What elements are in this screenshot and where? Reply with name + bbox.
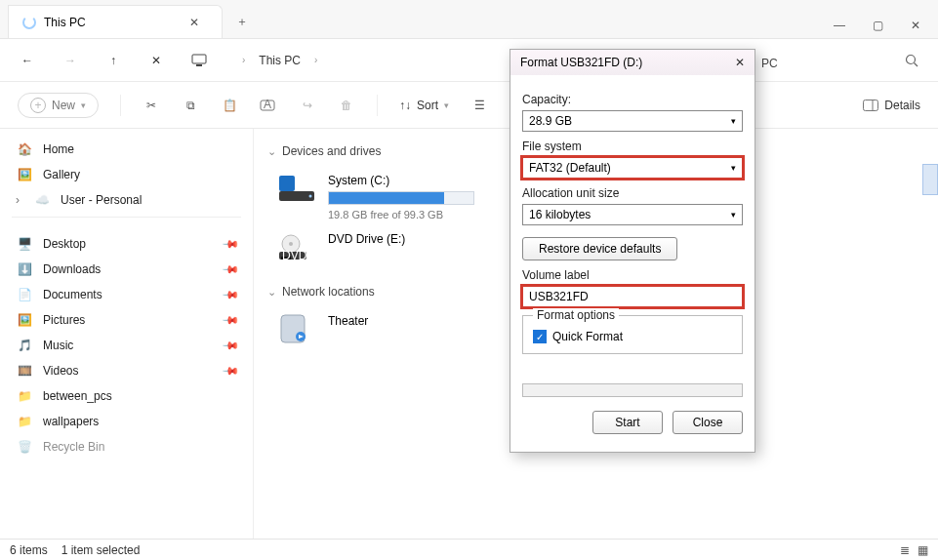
dialog-close-icon[interactable]: ✕ [735, 56, 745, 69]
svg-text:DVD: DVD [282, 249, 307, 261]
sidebar-item-user-personal[interactable]: › ☁️ User - Personal [4, 187, 249, 213]
grid-view-icon[interactable]: ▦ [918, 543, 928, 557]
new-tab-button[interactable]: ＋ [223, 6, 250, 38]
sort-icon: ↑↓ [399, 99, 411, 112]
back-icon[interactable]: ← [20, 54, 35, 67]
toolbar-separator [377, 95, 378, 116]
crumb-this-pc[interactable]: This PC [259, 54, 301, 67]
chevron-down-icon: ▾ [444, 100, 449, 110]
chevron-down-icon: ▾ [731, 163, 736, 173]
close-button[interactable]: Close [673, 411, 743, 434]
media-device-icon [277, 314, 316, 343]
breadcrumb[interactable]: › This PC › [242, 54, 317, 67]
chevron-down-icon: ⌄ [267, 286, 276, 299]
chevron-down-icon: ▾ [731, 116, 736, 126]
volume-label-label: Volume label [522, 268, 743, 282]
new-button[interactable]: + New ▾ [18, 93, 99, 118]
gallery-icon: 🖼️ [16, 168, 33, 181]
up-icon[interactable]: ↑ [105, 54, 121, 67]
loading-spinner-icon [22, 16, 36, 29]
filesystem-select[interactable]: FAT32 (Default) ▾ [522, 157, 743, 179]
svg-point-12 [289, 242, 293, 246]
section-title: Devices and drives [282, 144, 381, 158]
drive-usage-bar [328, 191, 474, 205]
chevron-down-icon: ⌄ [267, 145, 276, 158]
capacity-value: 28.9 GB [529, 114, 572, 128]
volume-label-input[interactable] [522, 286, 743, 307]
sidebar-item-gallery[interactable]: 🖼️ Gallery [4, 162, 249, 187]
sidebar-item-documents[interactable]: 📄Documents📌 [4, 282, 249, 307]
tab-title: This PC [44, 16, 86, 29]
desktop-icon: 🖥️ [16, 237, 33, 251]
dialog-titlebar[interactable]: Format USB321FD (D:) ✕ [510, 50, 754, 75]
minimize-icon[interactable]: — [834, 19, 845, 32]
delete-icon[interactable]: 🗑 [338, 99, 355, 112]
sidebar-item-wallpapers[interactable]: 📁wallpapers [4, 409, 249, 434]
window-close-icon[interactable]: ✕ [911, 19, 920, 32]
share-icon[interactable]: ↪ [299, 99, 316, 112]
sidebar-item-downloads[interactable]: ⬇️Downloads📌 [4, 257, 249, 282]
sidebar-item-between-pcs[interactable]: 📁between_pcs [4, 383, 249, 409]
toolbar-separator [120, 95, 121, 116]
pin-icon: 📌 [221, 260, 239, 278]
format-options-legend: Format options [533, 308, 619, 322]
search-icon[interactable] [905, 54, 918, 67]
pin-icon: 📌 [221, 285, 239, 303]
sort-button[interactable]: ↑↓ Sort ▾ [399, 99, 449, 112]
tab-this-pc[interactable]: This PC ✕ [8, 5, 223, 38]
chevron-right-icon: › [314, 55, 317, 65]
sidebar-item-label: between_pcs [43, 389, 112, 403]
sidebar-separator [12, 217, 241, 218]
paste-icon[interactable]: 📋 [221, 99, 238, 112]
sidebar-item-desktop[interactable]: 🖥️Desktop📌 [4, 231, 249, 257]
format-options-group: Format options ✓ Quick Format [522, 315, 743, 354]
cut-icon[interactable]: ✂ [143, 99, 160, 112]
restore-defaults-button[interactable]: Restore device defaults [522, 237, 677, 260]
downloads-icon: ⬇️ [16, 262, 33, 276]
sidebar-item-label: Home [43, 142, 74, 156]
details-label: Details [884, 99, 920, 112]
sidebar-item-label: Pictures [43, 313, 85, 327]
sidebar-item-pictures[interactable]: 🖼️Pictures📌 [4, 307, 249, 333]
sidebar-item-label: Recycle Bin [43, 440, 104, 454]
svg-text:A: A [264, 99, 271, 111]
folder-icon: 📁 [16, 389, 33, 403]
chevron-down-icon: ▾ [731, 210, 736, 220]
allocation-label: Allocation unit size [522, 186, 743, 200]
sidebar-item-videos[interactable]: 🎞️Videos📌 [4, 358, 249, 383]
status-bar: 6 items 1 item selected ≣ ▦ [0, 539, 938, 560]
copy-icon[interactable]: ⧉ [182, 99, 199, 112]
rename-icon[interactable]: A [260, 99, 277, 112]
dialog-title: Format USB321FD (D:) [520, 56, 642, 69]
music-icon: 🎵 [16, 339, 33, 352]
drive-icon [277, 174, 316, 203]
status-selected-count: 1 item selected [61, 543, 141, 557]
quick-format-checkbox[interactable]: ✓ Quick Format [533, 330, 732, 343]
sidebar-item-music[interactable]: 🎵Music📌 [4, 333, 249, 358]
drive-free-text: 19.8 GB free of 99.3 GB [328, 209, 474, 220]
sidebar-item-label: Desktop [43, 237, 86, 251]
view-options-icon[interactable]: ☰ [470, 99, 488, 112]
filesystem-label: File system [522, 140, 743, 153]
network-name: Theater [328, 314, 368, 328]
svg-rect-0 [192, 55, 206, 63]
capacity-select[interactable]: 28.9 GB ▾ [522, 110, 743, 132]
plus-circle-icon: + [30, 98, 46, 113]
maximize-icon[interactable]: ▢ [873, 19, 883, 32]
details-button[interactable]: Details [863, 99, 920, 112]
monitor-icon[interactable] [191, 54, 207, 67]
start-button[interactable]: Start [592, 411, 663, 434]
refresh-close-icon[interactable]: ✕ [148, 54, 164, 67]
list-view-icon[interactable]: ≣ [900, 543, 910, 557]
onedrive-icon: ☁️ [33, 193, 51, 207]
sidebar-item-recycle-bin[interactable]: 🗑️Recycle Bin [4, 434, 249, 460]
crumb-trail-pc: PC [761, 57, 778, 70]
pin-icon: 📌 [221, 234, 239, 253]
sidebar-item-home[interactable]: 🏠 Home [4, 137, 249, 162]
tab-close-icon[interactable]: ✕ [181, 16, 208, 29]
videos-icon: 🎞️ [16, 364, 33, 378]
pictures-icon: 🖼️ [16, 313, 33, 327]
dvd-drive-icon: DVD [277, 232, 316, 261]
forward-icon[interactable]: → [62, 54, 78, 67]
allocation-select[interactable]: 16 kilobytes ▾ [522, 204, 743, 225]
